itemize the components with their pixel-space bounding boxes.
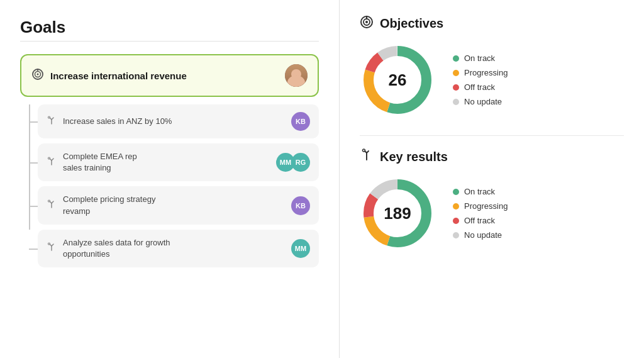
- objectives-chart-row: 26 On track Progressing Off track No upd…: [360, 42, 624, 118]
- kr-no-update-dot: [453, 232, 459, 238]
- key-result-icon-4: [47, 242, 57, 254]
- right-panel: Objectives 26 On track: [340, 0, 644, 358]
- objectives-count: 26: [389, 70, 407, 90]
- sub-item-2-text: Complete EMEA repsales training: [63, 151, 137, 174]
- progressing-dot: [453, 70, 459, 76]
- goal-icon: [31, 68, 44, 84]
- key-result-icon-2: [47, 157, 57, 169]
- kr-on-track-label: On track: [464, 187, 495, 196]
- svg-point-4: [48, 116, 50, 118]
- key-results-donut: 189: [360, 176, 435, 251]
- sub-item-2-avatars: MM RG: [276, 153, 310, 172]
- kr-legend-on-track: On track: [453, 187, 508, 196]
- svg-point-6: [48, 200, 50, 202]
- kr-progressing-dot: [453, 203, 459, 210]
- key-results-count: 189: [384, 204, 411, 223]
- sub-item-1-left: Increase sales in ANZ by 10%: [47, 116, 172, 128]
- sub-item-4-avatar: MM: [291, 239, 310, 258]
- svg-point-5: [48, 157, 50, 159]
- goal-card[interactable]: Increase international revenue: [20, 54, 319, 97]
- key-results-title: Key results: [380, 150, 448, 164]
- off-track-dot: [453, 84, 459, 91]
- kr-legend-off-track: Off track: [453, 216, 508, 225]
- sub-item-3-avatar: KB: [291, 196, 310, 215]
- sub-item-4-text: Analyze sales data for growthopportuniti…: [63, 237, 170, 260]
- sub-item-2[interactable]: Complete EMEA repsales training MM RG: [38, 143, 319, 181]
- objectives-title: Objectives: [380, 16, 443, 31]
- key-result-icon-1: [47, 116, 57, 128]
- legend-off-track: Off track: [453, 82, 508, 92]
- key-result-icon-3: [47, 199, 57, 211]
- legend-on-track: On track: [453, 53, 508, 63]
- sub-item-1-text: Increase sales in ANZ by 10%: [63, 116, 172, 127]
- kr-no-update-label: No update: [464, 230, 502, 240]
- key-results-legend: On track Progressing Off track No update: [453, 187, 508, 240]
- on-track-dot: [453, 55, 459, 62]
- kr-progressing-label: Progressing: [464, 201, 508, 211]
- no-update-label: No update: [464, 97, 502, 106]
- title-divider: [20, 41, 319, 42]
- legend-no-update: No update: [453, 97, 508, 106]
- kr-legend-progressing: Progressing: [453, 201, 508, 211]
- objectives-icon: [360, 15, 374, 32]
- goal-avatar: [285, 64, 308, 87]
- off-track-label: Off track: [464, 82, 495, 92]
- kr-legend-no-update: No update: [453, 230, 508, 240]
- svg-point-2: [37, 73, 39, 75]
- kr-on-track-dot: [453, 189, 459, 195]
- objectives-donut: 26: [360, 42, 435, 118]
- key-results-chart-row: 189 On track Progressing Off track No up…: [360, 176, 624, 251]
- on-track-label: On track: [464, 53, 495, 63]
- sub-items-tree: Increase sales in ANZ by 10% KB Complete…: [20, 104, 319, 267]
- svg-point-16: [363, 149, 365, 152]
- sub-item-1-avatar: KB: [291, 112, 310, 131]
- objectives-header: Objectives: [360, 15, 624, 32]
- goal-title: Increase international revenue: [50, 70, 187, 81]
- sub-item-4-left: Analyze sales data for growthopportuniti…: [47, 237, 170, 260]
- objectives-legend: On track Progressing Off track No update: [453, 53, 508, 106]
- kr-off-track-label: Off track: [464, 216, 495, 225]
- legend-progressing: Progressing: [453, 68, 508, 77]
- tree-line: [29, 104, 30, 230]
- sub-item-2-left: Complete EMEA repsales training: [47, 151, 137, 174]
- goal-card-left: Increase international revenue: [31, 68, 187, 84]
- sub-item-4[interactable]: Analyze sales data for growthopportuniti…: [38, 230, 319, 267]
- sub-item-3-left: Complete pricing strategyrevamp: [47, 194, 155, 216]
- page-title: Goals: [20, 18, 319, 37]
- section-divider: [360, 135, 624, 136]
- progressing-label: Progressing: [464, 68, 508, 77]
- avatar-mm: MM: [276, 153, 295, 172]
- sub-item-3[interactable]: Complete pricing strategyrevamp KB: [38, 186, 319, 224]
- svg-point-7: [48, 243, 50, 245]
- key-results-icon: [360, 148, 374, 165]
- left-panel: Goals Increase international revenue: [0, 0, 340, 358]
- sub-item-3-text: Complete pricing strategyrevamp: [63, 194, 155, 216]
- key-results-header: Key results: [360, 148, 624, 165]
- svg-point-10: [365, 21, 368, 23]
- no-update-dot: [453, 99, 459, 105]
- sub-item-1[interactable]: Increase sales in ANZ by 10% KB: [38, 104, 319, 138]
- kr-off-track-dot: [453, 218, 459, 224]
